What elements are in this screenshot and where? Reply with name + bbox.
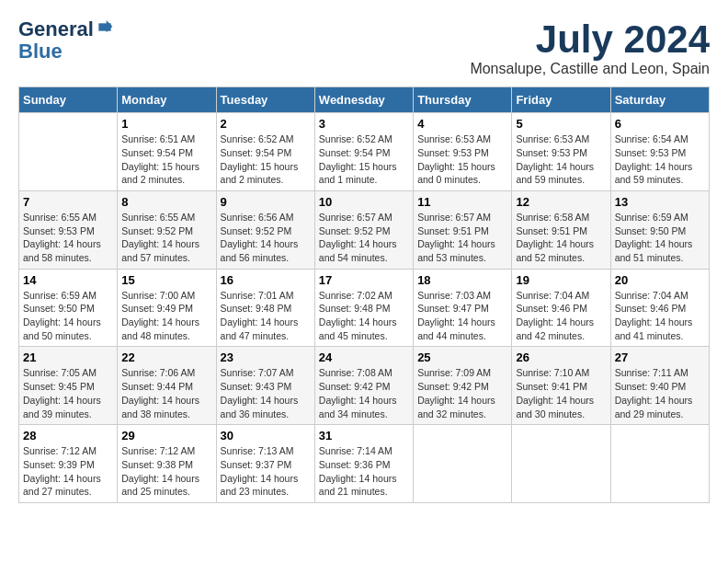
day-info: Sunrise: 7:11 AMSunset: 9:40 PMDaylight:… — [615, 366, 705, 420]
calendar-cell: 20Sunrise: 7:04 AMSunset: 9:46 PMDayligh… — [610, 269, 709, 347]
calendar-cell: 13Sunrise: 6:59 AMSunset: 9:50 PMDayligh… — [610, 190, 709, 269]
day-info: Sunrise: 7:08 AMSunset: 9:42 PMDaylight:… — [319, 366, 409, 420]
logo-flag-icon — [96, 20, 114, 39]
day-number: 11 — [417, 195, 507, 209]
day-info: Sunrise: 6:55 AMSunset: 9:53 PMDaylight:… — [23, 211, 113, 265]
calendar-cell: 4Sunrise: 6:53 AMSunset: 9:53 PMDaylight… — [414, 113, 512, 191]
weekday-header-monday: Monday — [118, 87, 216, 113]
day-info: Sunrise: 6:52 AMSunset: 9:54 PMDaylight:… — [221, 132, 311, 187]
calendar-cell: 9Sunrise: 6:56 AMSunset: 9:52 PMDaylight… — [216, 190, 314, 269]
day-info: Sunrise: 6:58 AMSunset: 9:51 PMDaylight:… — [516, 211, 606, 265]
day-number: 19 — [516, 273, 606, 287]
calendar-cell: 31Sunrise: 7:14 AMSunset: 9:36 PMDayligh… — [314, 425, 413, 503]
day-info: Sunrise: 6:52 AMSunset: 9:54 PMDaylight:… — [319, 132, 409, 187]
week-row-3: 14Sunrise: 6:59 AMSunset: 9:50 PMDayligh… — [19, 269, 710, 347]
day-info: Sunrise: 7:00 AMSunset: 9:49 PMDaylight:… — [121, 289, 211, 343]
weekday-header-wednesday: Wednesday — [314, 87, 413, 113]
day-number: 22 — [121, 350, 211, 364]
day-info: Sunrise: 7:14 AMSunset: 9:36 PMDaylight:… — [319, 444, 409, 499]
calendar-cell: 30Sunrise: 7:13 AMSunset: 9:37 PMDayligh… — [216, 425, 314, 503]
day-info: Sunrise: 6:57 AMSunset: 9:51 PMDaylight:… — [417, 211, 507, 265]
day-number: 5 — [516, 117, 606, 131]
day-info: Sunrise: 7:12 AMSunset: 9:39 PMDaylight:… — [23, 444, 113, 499]
calendar-cell: 26Sunrise: 7:10 AMSunset: 9:41 PMDayligh… — [512, 347, 610, 425]
weekday-header-tuesday: Tuesday — [216, 87, 314, 113]
calendar-cell: 23Sunrise: 7:07 AMSunset: 9:43 PMDayligh… — [216, 347, 314, 425]
day-number: 7 — [23, 195, 113, 209]
calendar-cell: 24Sunrise: 7:08 AMSunset: 9:42 PMDayligh… — [314, 347, 413, 425]
day-number: 20 — [615, 273, 705, 287]
calendar-cell — [19, 113, 118, 191]
week-row-4: 21Sunrise: 7:05 AMSunset: 9:45 PMDayligh… — [19, 347, 710, 425]
calendar-cell — [610, 425, 709, 503]
weekday-header-row: SundayMondayTuesdayWednesdayThursdayFrid… — [19, 87, 710, 113]
calendar-cell: 29Sunrise: 7:12 AMSunset: 9:38 PMDayligh… — [118, 425, 216, 503]
day-number: 2 — [221, 117, 311, 131]
day-info: Sunrise: 6:53 AMSunset: 9:53 PMDaylight:… — [516, 132, 606, 187]
day-number: 4 — [417, 117, 507, 131]
weekday-header-thursday: Thursday — [414, 87, 512, 113]
day-info: Sunrise: 7:07 AMSunset: 9:43 PMDaylight:… — [221, 366, 311, 420]
day-info: Sunrise: 6:55 AMSunset: 9:52 PMDaylight:… — [121, 211, 211, 265]
day-number: 24 — [319, 350, 409, 364]
day-info: Sunrise: 7:09 AMSunset: 9:42 PMDaylight:… — [417, 366, 507, 420]
day-number: 15 — [121, 273, 211, 287]
calendar-cell: 2Sunrise: 6:52 AMSunset: 9:54 PMDaylight… — [216, 113, 314, 191]
day-info: Sunrise: 7:04 AMSunset: 9:46 PMDaylight:… — [516, 289, 606, 343]
calendar-cell: 22Sunrise: 7:06 AMSunset: 9:44 PMDayligh… — [118, 347, 216, 425]
day-number: 25 — [417, 350, 507, 364]
day-info: Sunrise: 7:12 AMSunset: 9:38 PMDaylight:… — [121, 444, 211, 499]
calendar-table: SundayMondayTuesdayWednesdayThursdayFrid… — [18, 86, 710, 503]
day-info: Sunrise: 6:59 AMSunset: 9:50 PMDaylight:… — [615, 211, 705, 265]
day-number: 31 — [319, 429, 409, 442]
day-info: Sunrise: 7:10 AMSunset: 9:41 PMDaylight:… — [516, 366, 606, 420]
day-number: 10 — [319, 195, 409, 209]
calendar-cell: 18Sunrise: 7:03 AMSunset: 9:47 PMDayligh… — [414, 269, 512, 347]
day-number: 13 — [615, 195, 705, 209]
calendar-cell: 25Sunrise: 7:09 AMSunset: 9:42 PMDayligh… — [414, 347, 512, 425]
calendar-cell: 11Sunrise: 6:57 AMSunset: 9:51 PMDayligh… — [414, 190, 512, 269]
day-number: 21 — [23, 350, 113, 364]
day-number: 9 — [221, 195, 311, 209]
page-header: General Blue July 2024 Monsalupe, Castil… — [18, 18, 710, 77]
calendar-cell: 12Sunrise: 6:58 AMSunset: 9:51 PMDayligh… — [512, 190, 610, 269]
calendar-cell: 15Sunrise: 7:00 AMSunset: 9:49 PMDayligh… — [118, 269, 216, 347]
day-info: Sunrise: 7:01 AMSunset: 9:48 PMDaylight:… — [221, 289, 311, 343]
calendar-cell: 3Sunrise: 6:52 AMSunset: 9:54 PMDaylight… — [314, 113, 413, 191]
day-info: Sunrise: 6:51 AMSunset: 9:54 PMDaylight:… — [121, 132, 211, 187]
logo-general: General — [18, 18, 94, 40]
day-info: Sunrise: 7:02 AMSunset: 9:48 PMDaylight:… — [319, 289, 409, 343]
day-number: 29 — [121, 429, 211, 442]
day-info: Sunrise: 6:53 AMSunset: 9:53 PMDaylight:… — [417, 132, 507, 187]
day-info: Sunrise: 6:54 AMSunset: 9:53 PMDaylight:… — [615, 132, 705, 187]
day-info: Sunrise: 7:05 AMSunset: 9:45 PMDaylight:… — [23, 366, 113, 420]
calendar-cell: 14Sunrise: 6:59 AMSunset: 9:50 PMDayligh… — [19, 269, 118, 347]
day-number: 8 — [121, 195, 211, 209]
calendar-cell — [512, 425, 610, 503]
day-number: 1 — [121, 117, 211, 131]
day-info: Sunrise: 6:56 AMSunset: 9:52 PMDaylight:… — [221, 211, 311, 265]
day-number: 26 — [516, 350, 606, 364]
day-number: 30 — [221, 429, 311, 442]
location-title: Monsalupe, Castille and Leon, Spain — [470, 61, 710, 77]
calendar-cell: 8Sunrise: 6:55 AMSunset: 9:52 PMDaylight… — [118, 190, 216, 269]
week-row-2: 7Sunrise: 6:55 AMSunset: 9:53 PMDaylight… — [19, 190, 710, 269]
calendar-cell: 17Sunrise: 7:02 AMSunset: 9:48 PMDayligh… — [314, 269, 413, 347]
day-number: 14 — [23, 273, 113, 287]
calendar-cell: 1Sunrise: 6:51 AMSunset: 9:54 PMDaylight… — [118, 113, 216, 191]
calendar-cell: 27Sunrise: 7:11 AMSunset: 9:40 PMDayligh… — [610, 347, 709, 425]
day-info: Sunrise: 6:57 AMSunset: 9:52 PMDaylight:… — [319, 211, 409, 265]
day-info: Sunrise: 6:59 AMSunset: 9:50 PMDaylight:… — [23, 289, 113, 343]
day-info: Sunrise: 7:04 AMSunset: 9:46 PMDaylight:… — [615, 289, 705, 343]
calendar-cell: 6Sunrise: 6:54 AMSunset: 9:53 PMDaylight… — [610, 113, 709, 191]
weekday-header-friday: Friday — [512, 87, 610, 113]
day-number: 16 — [221, 273, 311, 287]
day-info: Sunrise: 7:03 AMSunset: 9:47 PMDaylight:… — [417, 289, 507, 343]
day-number: 3 — [319, 117, 409, 131]
weekday-header-saturday: Saturday — [610, 87, 709, 113]
day-info: Sunrise: 7:13 AMSunset: 9:37 PMDaylight:… — [221, 444, 311, 499]
calendar-cell: 16Sunrise: 7:01 AMSunset: 9:48 PMDayligh… — [216, 269, 314, 347]
week-row-1: 1Sunrise: 6:51 AMSunset: 9:54 PMDaylight… — [19, 113, 710, 191]
calendar-cell: 28Sunrise: 7:12 AMSunset: 9:39 PMDayligh… — [19, 425, 118, 503]
logo-blue: Blue — [18, 40, 63, 63]
